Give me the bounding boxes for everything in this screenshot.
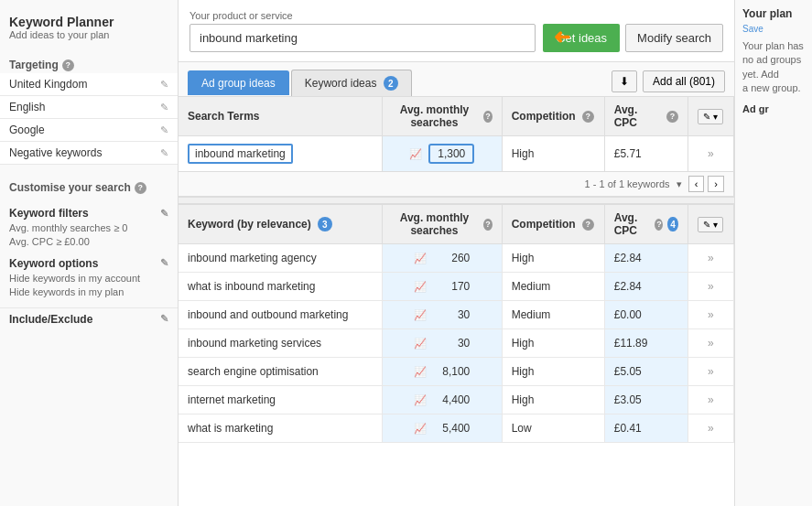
kw-col-header-cpc: Avg. CPC ? 4 [604,205,687,244]
kw-comp-cell-6: Low [502,414,604,443]
col-edit-button[interactable]: ✎ ▾ [698,109,723,124]
next-page-button[interactable]: › [708,176,724,192]
kw-monthly-val-5: 4,400 [433,393,470,406]
cpc-cell: £5.71 [604,136,687,172]
kw-monthly-val-1: 170 [433,280,470,293]
include-exclude-section[interactable]: Include/Exclude ✎ [0,307,178,330]
ad-group-label: Ad gr [742,103,805,114]
kw-monthly-cell-2: 📈 30 [382,301,502,329]
kw-competition-help-icon[interactable]: ? [582,219,594,231]
keyword-options-desc: Hide keywords in my account Hide keyword… [9,272,168,300]
kw-comp-cell-1: Medium [502,273,604,301]
kw-cpc-cell-2: £0.00 [604,301,687,329]
col-header-competition: Competition ? [502,97,604,136]
edit-uk-icon[interactable]: ✎ [160,79,168,91]
trend-icon-5: 📈 [414,394,427,406]
edit-kw-options-icon[interactable]: ✎ [160,257,168,269]
col-header-action: ✎ ▾ [687,97,733,136]
kw-chevron-right-icon-4[interactable]: » [708,365,714,378]
sidebar-item-negative[interactable]: Negative keywords ✎ [0,142,178,165]
kw-term-cell-2: inbound and outbound marketing [179,301,382,329]
right-panel-desc: Your plan has no ad groups yet. Add a ne… [742,39,805,96]
add-all-button[interactable]: Add all (801) [643,70,725,92]
pagination-controls: ‹ › [688,176,724,192]
kw-cpc-cell-0: £2.84 [604,244,687,273]
search-input[interactable] [189,24,536,52]
kw-col-header-action: ✎ ▾ [687,205,733,244]
kw-col-edit-button[interactable]: ✎ ▾ [698,217,723,232]
prev-page-button[interactable]: ‹ [688,176,705,192]
kw-monthly-help-icon[interactable]: ? [483,219,492,231]
sidebar-item-google[interactable]: Google ✎ [0,119,178,142]
trend-icon-6: 📈 [414,423,427,435]
chevron-right-icon[interactable]: » [708,147,714,160]
kw-comp-cell-3: High [502,329,604,358]
kw-cpc-cell-5: £3.05 [604,386,687,414]
keyword-ideas-row: internet marketing 📈 4,400 High £3.05 » [179,386,734,414]
trend-icon-2: 📈 [414,309,427,321]
top-bar: Your product or service ➜ Get ideas Modi… [179,0,734,62]
kw-cpc-cell-4: £5.05 [604,358,687,386]
col-header-monthly-searches: Avg. monthly searches ? [382,97,502,136]
keyword-ideas-row: inbound marketing services 📈 30 High £11… [179,329,734,358]
kw-cpc-cell-6: £0.41 [604,414,687,443]
kw-term-cell-4: search engine optimisation [179,358,382,386]
kw-chevron-right-icon-0[interactable]: » [708,252,714,264]
annotation-3: 3 [318,217,332,231]
search-column: Your product or service ➜ [189,10,536,52]
dropdown-icon[interactable]: ▾ [677,178,682,189]
monthly-cell: 📈 1,300 [382,136,502,172]
kw-action-cell-2: » [687,301,733,329]
keyword-ideas-row: search engine optimisation 📈 8,100 High … [179,358,734,386]
right-panel: Your plan Save Your plan has no ad group… [734,0,812,506]
keyword-options-section: Keyword options ✎ Hide keywords in my ac… [0,257,178,307]
kw-chevron-right-icon-5[interactable]: » [708,393,714,406]
sidebar-item-uk[interactable]: United Kingdom ✎ [0,73,178,96]
kw-monthly-val-2: 30 [433,308,470,321]
kw-chevron-right-icon-2[interactable]: » [708,308,714,321]
kw-monthly-val-0: 260 [433,252,470,264]
targeting-help-icon[interactable]: ? [62,59,74,71]
sidebar-header: Keyword Planner Add ideas to your plan [0,7,178,44]
download-button[interactable]: ⬇ [612,70,637,92]
kw-monthly-cell-6: 📈 5,400 [382,414,502,443]
kw-chevron-right-icon-6[interactable]: » [708,422,714,435]
search-terms-table: Search Terms Avg. monthly searches ? Com… [179,97,734,197]
edit-include-exclude-icon[interactable]: ✎ [160,313,168,325]
tab-ad-group-ideas[interactable]: Ad group ideas [188,70,289,95]
kw-col-header-competition: Competition ? [502,205,604,244]
col-header-search-terms: Search Terms [179,97,382,136]
col-header-cpc: Avg. CPC ? [604,97,687,136]
keyword-ideas-table: Keyword (by relevance) 3 Avg. monthly se… [179,204,734,443]
kw-comp-cell-0: High [502,244,604,273]
edit-kw-filters-icon[interactable]: ✎ [160,208,168,220]
kw-chevron-right-icon-3[interactable]: » [708,337,714,350]
trend-icon-0: 📈 [414,253,427,264]
kw-cpc-help-icon[interactable]: ? [655,219,663,231]
keyword-filters-title: Keyword filters ✎ [9,207,168,220]
competition-cell: High [502,136,604,172]
trend-icon-3: 📈 [414,338,427,350]
competition-help-icon[interactable]: ? [582,111,594,123]
customise-help-icon[interactable]: ? [135,182,146,194]
keyword-ideas-row: what is inbound marketing 📈 170 Medium £… [179,273,734,301]
monthly-help-icon[interactable]: ? [483,111,492,123]
edit-english-icon[interactable]: ✎ [160,102,168,113]
kw-term-cell-1: what is inbound marketing [179,273,382,301]
kw-monthly-val-4: 8,100 [433,365,470,378]
kw-col-header-monthly: Avg. monthly searches ? [382,205,502,244]
kw-cpc-cell-1: £2.84 [604,273,687,301]
keyword-ideas-row: what is marketing 📈 5,400 Low £0.41 » [179,414,734,443]
sidebar-item-english[interactable]: English ✎ [0,96,178,119]
action-cell: » [687,136,733,172]
edit-google-icon[interactable]: ✎ [160,124,168,136]
kw-chevron-right-icon-1[interactable]: » [708,280,714,293]
edit-negative-icon[interactable]: ✎ [160,147,168,159]
modify-search-button[interactable]: Modify search [625,24,723,52]
kw-comp-cell-2: Medium [502,301,604,329]
cpc-help-icon[interactable]: ? [666,111,677,123]
product-label: Your product or service [189,10,536,21]
save-link[interactable]: Save [742,24,805,34]
pagination-row: 1 - 1 of 1 keywords ▾ ‹ › [179,172,734,197]
tab-keyword-ideas[interactable]: Keyword ideas 2 [291,70,412,96]
